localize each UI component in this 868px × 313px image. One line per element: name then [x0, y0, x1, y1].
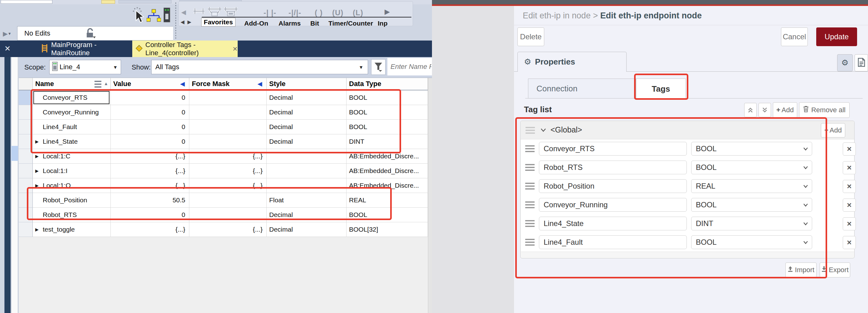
table-row-cell-type[interactable]: BOOL[32] — [346, 222, 428, 237]
table-row-cell-type[interactable]: BOOL — [346, 105, 428, 120]
table-row-cell-value[interactable]: 0 — [111, 134, 189, 149]
tag-type-select[interactable]: BOOL — [691, 236, 812, 249]
table-row-cell-style[interactable]: Decimal — [267, 90, 346, 105]
drag-handle-icon[interactable] — [525, 164, 535, 171]
edit-properties-icon-button[interactable]: ⚙ — [837, 54, 853, 71]
tab-close-icon[interactable]: ✕ — [232, 45, 238, 53]
table-row-cell-style[interactable]: Decimal — [267, 222, 346, 237]
table-row-cell-type[interactable]: REAL — [346, 193, 428, 208]
tag-name-input[interactable] — [539, 236, 687, 249]
row-selector-9[interactable] — [19, 222, 33, 237]
tag-name-input[interactable] — [539, 142, 687, 156]
lock-icon[interactable] — [86, 28, 96, 39]
table-row-cell-type[interactable]: BOOL — [346, 120, 428, 134]
tag-type-select[interactable]: BOOL — [691, 198, 812, 212]
table-row-cell-force[interactable]: {...} — [189, 164, 267, 178]
remove-all-button[interactable]: Remove all — [799, 102, 849, 118]
contact-xio-icon[interactable]: -|/|- — [288, 8, 301, 17]
tag-group-header[interactable]: <Global> +Add — [521, 121, 854, 139]
table-row-cell-force[interactable] — [189, 90, 267, 105]
coil-ote-icon[interactable]: ( ) — [315, 8, 323, 17]
remove-tag-button[interactable]: ✕ — [843, 236, 856, 249]
close-pane-icon[interactable]: ✕ — [4, 44, 10, 53]
table-row-cell-type[interactable]: AB:Embedded_Discre... — [346, 164, 428, 178]
table-row-cell-style[interactable]: Float — [267, 193, 346, 208]
tag-type-select[interactable]: BOOL — [691, 142, 812, 156]
instruction-tab-addon[interactable]: Add-On — [244, 20, 268, 27]
table-row-cell-force[interactable]: {...} — [189, 178, 267, 193]
column-header-value[interactable]: Value ◀ — [111, 78, 189, 90]
row-selector-4[interactable] — [19, 149, 33, 164]
table-row-cell-name[interactable]: Line4_Fault — [33, 120, 111, 134]
table-row-cell-name[interactable]: Robot_Position — [33, 193, 111, 208]
table-row-cell-type[interactable]: BOOL — [346, 90, 428, 105]
drag-handle-icon[interactable] — [525, 145, 535, 152]
expand-arrow-icon[interactable]: ▶ — [35, 154, 43, 159]
table-row-cell-name[interactable]: ▶Line4_State — [33, 134, 111, 149]
table-row-cell-name[interactable]: ▶Local:1:C — [33, 149, 111, 164]
instruction-tab-favorites[interactable]: Favorites — [201, 18, 236, 27]
plc-top-highlighted-button[interactable] — [101, 0, 115, 4]
row-selector-7[interactable] — [19, 193, 33, 208]
device-panel-icon[interactable] — [163, 7, 170, 23]
tag-name-input[interactable] — [539, 198, 687, 212]
instruction-tab-alarms[interactable]: Alarms — [279, 20, 301, 27]
remove-tag-button[interactable]: ✕ — [843, 143, 856, 156]
network-tree-icon[interactable] — [147, 9, 161, 23]
coil-otl-icon[interactable]: (L) — [353, 8, 363, 17]
tag-type-select[interactable]: BOOL — [691, 161, 812, 174]
coil-otu-icon[interactable]: (U) — [332, 8, 343, 17]
show-combo[interactable]: All Tags ▼ — [151, 60, 368, 74]
table-row-cell-force[interactable] — [189, 120, 267, 134]
left-dock-splitter[interactable] — [4, 57, 10, 313]
column-header-data-type[interactable]: Data Type — [346, 78, 428, 90]
table-row-cell-type[interactable]: AB:Embedded_Discre... — [346, 178, 428, 193]
table-row-cell-style[interactable] — [267, 164, 346, 178]
drag-handle-icon[interactable] — [525, 201, 535, 208]
table-row-cell-style[interactable]: Decimal — [267, 105, 346, 120]
tag-name-input[interactable] — [539, 217, 687, 230]
row-selector-2[interactable] — [19, 120, 33, 134]
expand-arrow-icon[interactable]: ▶ — [35, 139, 43, 144]
table-row-cell-style[interactable] — [267, 149, 346, 164]
branch-level-button[interactable] — [224, 5, 238, 18]
remove-tag-button[interactable]: ✕ — [843, 180, 856, 193]
scroll-right-icon[interactable]: ▶ — [384, 8, 390, 16]
row-selector-5[interactable] — [19, 164, 33, 178]
tag-name-input[interactable] — [539, 161, 687, 174]
rung-new-button[interactable] — [192, 5, 206, 18]
table-row-cell-value[interactable]: 0 — [111, 208, 189, 222]
tab-mainroutine[interactable]: MainProgram - MainRoutine — [37, 40, 131, 57]
table-row-cell-style[interactable]: Decimal — [267, 120, 346, 134]
tag-type-select[interactable]: DINT — [691, 217, 812, 230]
table-row-cell-type[interactable]: BOOL — [346, 208, 428, 222]
name-filter-input[interactable] — [388, 58, 432, 75]
add-tag-button[interactable]: +Add — [773, 102, 797, 118]
group-collapse-icon[interactable] — [540, 128, 546, 133]
edit-description-icon-button[interactable] — [855, 54, 868, 71]
breadcrumb-parent[interactable]: Edit eth-ip in node — [523, 11, 591, 20]
expand-arrow-icon[interactable]: ▶ — [35, 227, 43, 232]
tab-controller-tags[interactable]: Controller Tags - Line_4(controller) ✕ — [132, 40, 238, 57]
table-row-cell-name[interactable]: ▶Local:1:I — [33, 164, 111, 178]
row-selector-0[interactable] — [19, 90, 33, 105]
column-header-force-mask[interactable]: Force Mask ◀ — [189, 78, 267, 90]
export-button[interactable]: Export — [820, 262, 850, 278]
expand-arrow-icon[interactable]: ▶ — [35, 168, 43, 173]
tag-name-input[interactable] — [539, 179, 687, 193]
move-bottom-button[interactable] — [758, 103, 771, 117]
instruction-tab-timercounter[interactable]: Timer/Counter — [329, 20, 373, 27]
show-combo-arrow-icon[interactable]: ▼ — [359, 65, 363, 70]
update-button[interactable]: Update — [816, 27, 857, 46]
table-row-cell-force[interactable]: {...} — [189, 149, 267, 164]
tab-scroll-right-icon[interactable]: ▶ — [187, 19, 191, 25]
tab-scroll-left-icon[interactable]: ◀ — [181, 19, 184, 25]
move-top-button[interactable] — [744, 103, 757, 117]
tab-tags[interactable]: Tags — [636, 79, 686, 99]
table-row-cell-value[interactable]: {...} — [111, 222, 189, 237]
table-row-cell-name[interactable]: ▶test_toggle — [33, 222, 111, 237]
drag-handle-icon[interactable] — [525, 183, 535, 190]
table-row-cell-value[interactable]: 0 — [111, 105, 189, 120]
remove-tag-button[interactable]: ✕ — [843, 198, 856, 212]
table-row-cell-value[interactable]: {...} — [111, 178, 189, 193]
